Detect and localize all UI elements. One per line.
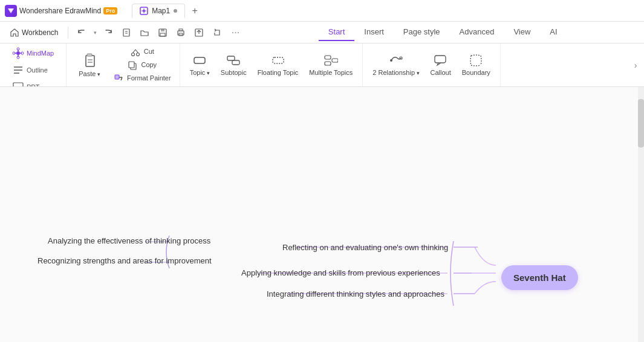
- cut-button[interactable]: Cut: [110, 46, 175, 58]
- more-button[interactable]: ···: [227, 24, 244, 41]
- svg-rect-29: [13, 83, 23, 87]
- menu-bar: Workbench ▾ ··· Start Insert: [0, 22, 644, 44]
- svg-rect-51: [332, 59, 338, 62]
- home-icon: [10, 28, 19, 37]
- svg-point-37: [136, 53, 139, 56]
- multiple-topics-icon: [324, 53, 338, 68]
- svg-rect-54: [435, 56, 446, 63]
- nav-tab-advanced[interactable]: Advanced: [450, 24, 504, 41]
- outline-view-button[interactable]: Outline: [7, 63, 59, 77]
- svg-rect-50: [325, 62, 331, 65]
- print-button[interactable]: [172, 24, 189, 41]
- svg-rect-33: [87, 54, 92, 56]
- open-file-button[interactable]: [136, 24, 153, 41]
- copy-button[interactable]: Copy: [110, 59, 175, 71]
- svg-rect-45: [194, 57, 205, 63]
- undo-arrow[interactable]: ▾: [91, 24, 99, 41]
- svg-rect-46: [227, 56, 235, 60]
- new-tab-button[interactable]: +: [187, 4, 202, 18]
- svg-rect-47: [232, 60, 239, 65]
- cut-icon: [131, 47, 140, 57]
- redo-button[interactable]: [100, 24, 117, 41]
- svg-point-17: [16, 51, 20, 55]
- copy-label: Copy: [141, 61, 157, 69]
- tab-area: Map1 +: [132, 4, 202, 18]
- branch-recognizing: Recognizing strengths and areas for impr…: [37, 256, 212, 265]
- svg-rect-49: [325, 56, 331, 59]
- app-name-label: Wondershare EdrawMind: [19, 7, 101, 15]
- ppt-view-button[interactable]: PPT: [7, 80, 59, 87]
- floating-topic-label: Floating Topic: [258, 69, 299, 77]
- boundary-label: Boundary: [462, 69, 490, 77]
- ribbon: MindMap Outline PPT: [0, 44, 644, 87]
- callout-label: Callout: [431, 69, 451, 77]
- nav-tab-insert[interactable]: Insert: [354, 24, 394, 41]
- svg-rect-13: [179, 29, 183, 31]
- app-logo: Wondershare EdrawMind Pro: [5, 5, 117, 17]
- topic-button[interactable]: Topic: [185, 51, 215, 79]
- branch-reflecting: Reflecting on and evaluating one's own t…: [282, 243, 448, 252]
- format-painter-label: Format Painter: [127, 74, 171, 82]
- ppt-icon: [12, 81, 24, 87]
- ribbon-expand-button[interactable]: ›: [629, 44, 642, 86]
- canvas: Reflecting on and evaluating one's own t…: [0, 87, 644, 342]
- boundary-icon: [469, 53, 483, 68]
- new-file-button[interactable]: [118, 24, 135, 41]
- export-button[interactable]: [190, 24, 207, 41]
- share-button[interactable]: [209, 24, 226, 41]
- paste-icon: [81, 52, 98, 69]
- subtopic-button[interactable]: Subtopic: [216, 51, 252, 79]
- tab-label: Map1: [152, 7, 170, 15]
- svg-rect-41: [129, 62, 134, 68]
- scrollbar-right[interactable]: [638, 87, 644, 342]
- nav-tab-page-style[interactable]: Page style: [394, 24, 450, 41]
- svg-rect-48: [273, 57, 284, 63]
- map-svg: [0, 87, 644, 342]
- format-painter-button[interactable]: Format Painter: [110, 73, 175, 85]
- cut-label: Cut: [144, 48, 154, 56]
- floating-topic-icon: [271, 53, 285, 68]
- nav-tabs: Start Insert Page style Advanced View AI: [319, 24, 567, 41]
- workbench-button[interactable]: Workbench: [5, 25, 63, 40]
- clipboard-group: Paste Cut Copy: [67, 44, 180, 86]
- floating-topic-button[interactable]: Floating Topic: [253, 51, 304, 79]
- save-button[interactable]: [154, 24, 171, 41]
- central-node[interactable]: Seventh Hat: [501, 265, 578, 290]
- subtopic-label: Subtopic: [221, 69, 247, 77]
- multiple-topics-label: Multiple Topics: [309, 69, 353, 77]
- multiple-topics-button[interactable]: Multiple Topics: [304, 51, 357, 79]
- branch-analyzing: Analyzing the effectiveness of thinking …: [48, 236, 210, 245]
- svg-line-39: [135, 50, 138, 53]
- scrollbar-thumb[interactable]: [638, 99, 644, 147]
- svg-rect-42: [115, 75, 119, 79]
- svg-line-38: [133, 50, 135, 53]
- nav-tab-view[interactable]: View: [504, 24, 540, 41]
- nav-tab-start[interactable]: Start: [319, 24, 354, 41]
- topic-label: Topic: [190, 69, 210, 77]
- app-logo-icon: [5, 5, 17, 17]
- topic-icon: [192, 53, 207, 68]
- mindmap-label: MindMap: [27, 50, 54, 57]
- relationship-group: 2 Relationship Callout Boundary: [363, 44, 501, 86]
- title-bar: Wondershare EdrawMind Pro Map1 +: [0, 0, 644, 22]
- nav-tab-ai[interactable]: AI: [540, 24, 567, 41]
- view-group: MindMap Outline PPT: [2, 44, 67, 86]
- callout-button[interactable]: Callout: [426, 51, 456, 79]
- mindmap-view-button[interactable]: MindMap: [7, 46, 59, 60]
- svg-point-1: [143, 10, 145, 12]
- cut-copy-format-group: Cut Copy Format Painter: [110, 46, 175, 85]
- relationship-button[interactable]: 2 Relationship: [368, 51, 424, 79]
- boundary-button[interactable]: Boundary: [457, 51, 495, 79]
- pro-badge: Pro: [103, 7, 117, 15]
- tab-map1[interactable]: Map1: [132, 4, 185, 18]
- paste-button[interactable]: Paste: [71, 50, 108, 80]
- paste-label: Paste: [79, 70, 100, 78]
- tab-unsaved-dot: [174, 9, 177, 13]
- outline-label: Outline: [27, 66, 48, 74]
- undo-button[interactable]: [73, 24, 90, 41]
- insert-group: Topic Subtopic Floating Topic Multiple T…: [180, 44, 363, 86]
- svg-rect-11: [160, 33, 165, 36]
- divider-1: [68, 27, 68, 39]
- relationship-icon: [389, 53, 403, 68]
- copy-icon: [128, 60, 137, 70]
